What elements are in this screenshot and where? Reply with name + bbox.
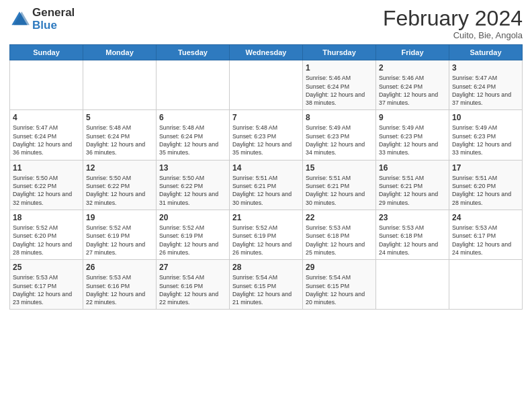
day-info: Sunrise: 5:48 AMSunset: 6:24 PMDaylight:… — [159, 124, 226, 156]
day-info: Sunrise: 5:53 AMSunset: 6:17 PMDaylight:… — [452, 224, 519, 257]
day-cell: 27Sunrise: 5:54 AMSunset: 6:16 PMDayligh… — [157, 260, 230, 310]
day-info: Sunrise: 5:53 AMSunset: 6:17 PMDaylight:… — [13, 273, 80, 306]
day-cell: 8Sunrise: 5:49 AMSunset: 6:23 PMDaylight… — [303, 110, 376, 160]
day-number: 29 — [306, 263, 373, 272]
week-row-2: 11Sunrise: 5:50 AMSunset: 6:22 PMDayligh… — [10, 160, 523, 210]
week-row-1: 4Sunrise: 5:47 AMSunset: 6:24 PMDaylight… — [10, 110, 523, 160]
day-cell: 25Sunrise: 5:53 AMSunset: 6:17 PMDayligh… — [10, 260, 83, 310]
logo-blue-text: Blue — [32, 19, 75, 32]
day-number: 24 — [452, 213, 519, 222]
header: General Blue February 2024 Cuito, Bie, A… — [9, 7, 523, 40]
header-monday: Monday — [83, 45, 157, 60]
day-cell — [230, 60, 303, 110]
header-tuesday: Tuesday — [157, 45, 230, 60]
day-number: 26 — [86, 263, 153, 272]
header-sunday: Sunday — [10, 45, 83, 60]
day-cell: 29Sunrise: 5:54 AMSunset: 6:15 PMDayligh… — [303, 260, 376, 310]
logo-text: General Blue — [32, 7, 75, 32]
day-info: Sunrise: 5:49 AMSunset: 6:23 PMDaylight:… — [452, 124, 519, 156]
day-cell: 9Sunrise: 5:49 AMSunset: 6:23 PMDaylight… — [376, 110, 449, 160]
day-cell: 10Sunrise: 5:49 AMSunset: 6:23 PMDayligh… — [449, 110, 523, 160]
day-info: Sunrise: 5:54 AMSunset: 6:15 PMDaylight:… — [306, 273, 373, 306]
day-cell: 18Sunrise: 5:52 AMSunset: 6:20 PMDayligh… — [10, 210, 83, 259]
day-info: Sunrise: 5:52 AMSunset: 6:19 PMDaylight:… — [86, 224, 153, 257]
day-number: 10 — [452, 113, 519, 122]
calendar-page: General Blue February 2024 Cuito, Bie, A… — [0, 0, 532, 411]
day-cell — [376, 260, 449, 310]
day-number: 11 — [13, 163, 80, 173]
day-number: 17 — [452, 163, 519, 173]
day-cell — [449, 260, 523, 310]
day-cell: 3Sunrise: 5:47 AMSunset: 6:24 PMDaylight… — [449, 60, 523, 110]
day-number: 25 — [13, 263, 80, 272]
day-cell: 16Sunrise: 5:51 AMSunset: 6:21 PMDayligh… — [376, 160, 449, 210]
day-info: Sunrise: 5:49 AMSunset: 6:23 PMDaylight:… — [306, 124, 373, 156]
day-cell: 23Sunrise: 5:53 AMSunset: 6:18 PMDayligh… — [376, 210, 449, 259]
day-cell: 14Sunrise: 5:51 AMSunset: 6:21 PMDayligh… — [230, 160, 303, 210]
day-number: 5 — [86, 113, 153, 122]
day-cell: 21Sunrise: 5:52 AMSunset: 6:19 PMDayligh… — [230, 210, 303, 259]
day-cell: 13Sunrise: 5:50 AMSunset: 6:22 PMDayligh… — [157, 160, 230, 210]
day-number: 9 — [379, 113, 446, 122]
day-number: 27 — [159, 263, 226, 272]
day-cell: 4Sunrise: 5:47 AMSunset: 6:24 PMDaylight… — [10, 110, 83, 160]
day-info: Sunrise: 5:51 AMSunset: 6:20 PMDaylight:… — [452, 174, 519, 207]
day-cell: 11Sunrise: 5:50 AMSunset: 6:22 PMDayligh… — [10, 160, 83, 210]
day-info: Sunrise: 5:52 AMSunset: 6:19 PMDaylight:… — [232, 224, 300, 257]
calendar-subtitle: Cuito, Bie, Angola — [383, 30, 523, 40]
day-number: 22 — [306, 213, 373, 222]
day-info: Sunrise: 5:53 AMSunset: 6:18 PMDaylight:… — [306, 224, 373, 257]
day-number: 6 — [159, 113, 226, 122]
day-cell: 28Sunrise: 5:54 AMSunset: 6:15 PMDayligh… — [230, 260, 303, 310]
day-number: 28 — [232, 263, 300, 272]
header-row: Sunday Monday Tuesday Wednesday Thursday… — [10, 45, 523, 60]
day-info: Sunrise: 5:51 AMSunset: 6:21 PMDaylight:… — [379, 174, 446, 207]
day-info: Sunrise: 5:50 AMSunset: 6:22 PMDaylight:… — [86, 174, 153, 207]
day-cell: 12Sunrise: 5:50 AMSunset: 6:22 PMDayligh… — [83, 160, 157, 210]
day-info: Sunrise: 5:48 AMSunset: 6:24 PMDaylight:… — [86, 124, 153, 156]
week-row-0: 1Sunrise: 5:46 AMSunset: 6:24 PMDaylight… — [10, 60, 523, 110]
day-cell: 6Sunrise: 5:48 AMSunset: 6:24 PMDaylight… — [157, 110, 230, 160]
day-number: 8 — [306, 113, 373, 122]
day-info: Sunrise: 5:47 AMSunset: 6:24 PMDaylight:… — [13, 124, 80, 156]
day-cell — [157, 60, 230, 110]
day-number: 18 — [13, 213, 80, 222]
day-cell: 22Sunrise: 5:53 AMSunset: 6:18 PMDayligh… — [303, 210, 376, 259]
calendar-body: 1Sunrise: 5:46 AMSunset: 6:24 PMDaylight… — [10, 60, 523, 310]
day-cell: 2Sunrise: 5:46 AMSunset: 6:24 PMDaylight… — [376, 60, 449, 110]
calendar-title: February 2024 — [383, 7, 523, 30]
day-info: Sunrise: 5:48 AMSunset: 6:23 PMDaylight:… — [232, 124, 300, 156]
header-thursday: Thursday — [303, 45, 376, 60]
day-number: 12 — [86, 163, 153, 173]
day-info: Sunrise: 5:50 AMSunset: 6:22 PMDaylight:… — [159, 174, 226, 207]
logo-icon — [9, 9, 30, 30]
day-cell: 24Sunrise: 5:53 AMSunset: 6:17 PMDayligh… — [449, 210, 523, 259]
day-info: Sunrise: 5:51 AMSunset: 6:21 PMDaylight:… — [306, 174, 373, 207]
day-number: 14 — [232, 163, 300, 173]
day-info: Sunrise: 5:53 AMSunset: 6:16 PMDaylight:… — [86, 273, 153, 306]
header-saturday: Saturday — [449, 45, 523, 60]
day-info: Sunrise: 5:50 AMSunset: 6:22 PMDaylight:… — [13, 174, 80, 207]
day-cell: 5Sunrise: 5:48 AMSunset: 6:24 PMDaylight… — [83, 110, 157, 160]
week-row-3: 18Sunrise: 5:52 AMSunset: 6:20 PMDayligh… — [10, 210, 523, 259]
day-info: Sunrise: 5:47 AMSunset: 6:24 PMDaylight:… — [452, 74, 519, 107]
day-info: Sunrise: 5:53 AMSunset: 6:18 PMDaylight:… — [379, 224, 446, 257]
day-cell: 7Sunrise: 5:48 AMSunset: 6:23 PMDaylight… — [230, 110, 303, 160]
day-info: Sunrise: 5:51 AMSunset: 6:21 PMDaylight:… — [232, 174, 300, 207]
day-info: Sunrise: 5:49 AMSunset: 6:23 PMDaylight:… — [379, 124, 446, 156]
day-number: 7 — [232, 113, 300, 122]
day-cell: 17Sunrise: 5:51 AMSunset: 6:20 PMDayligh… — [449, 160, 523, 210]
day-number: 20 — [159, 213, 226, 222]
day-info: Sunrise: 5:54 AMSunset: 6:16 PMDaylight:… — [159, 273, 226, 306]
day-info: Sunrise: 5:46 AMSunset: 6:24 PMDaylight:… — [379, 74, 446, 107]
day-number: 19 — [86, 213, 153, 222]
day-number: 13 — [159, 163, 226, 173]
header-friday: Friday — [376, 45, 449, 60]
header-wednesday: Wednesday — [230, 45, 303, 60]
day-cell: 15Sunrise: 5:51 AMSunset: 6:21 PMDayligh… — [303, 160, 376, 210]
day-cell: 1Sunrise: 5:46 AMSunset: 6:24 PMDaylight… — [303, 60, 376, 110]
day-number: 2 — [379, 63, 446, 73]
logo-general-text: General — [32, 7, 75, 19]
day-info: Sunrise: 5:46 AMSunset: 6:24 PMDaylight:… — [306, 74, 373, 107]
day-number: 16 — [379, 163, 446, 173]
